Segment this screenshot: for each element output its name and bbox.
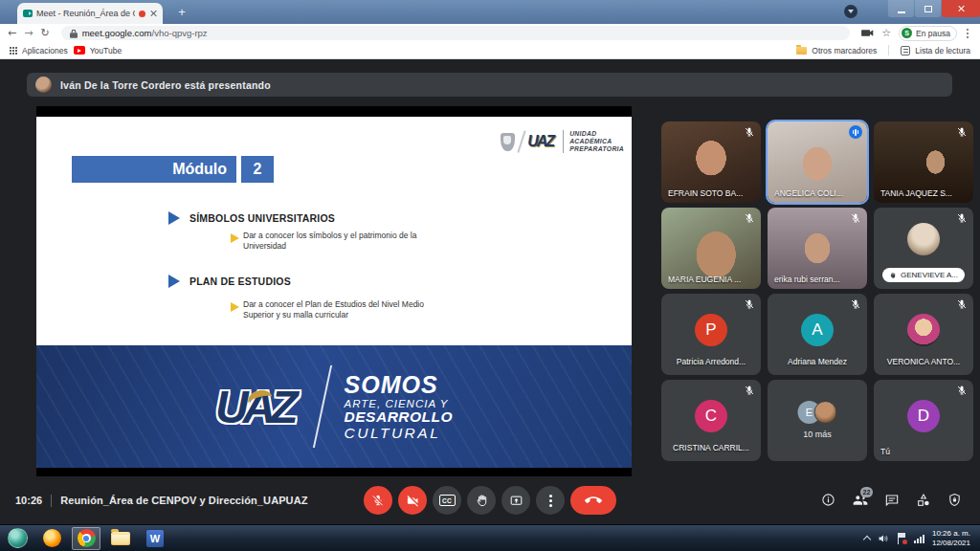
participant-avatar: P bbox=[695, 314, 727, 346]
bookmark-youtube-label: YouTube bbox=[90, 46, 122, 55]
action-center-flag-icon[interactable] bbox=[897, 533, 906, 544]
participant-avatar: C bbox=[695, 400, 727, 432]
back-button[interactable]: ← bbox=[8, 28, 16, 38]
volume-icon[interactable] bbox=[878, 533, 889, 544]
windows-taskbar: W 10:26 a. m. 12/08/2021 bbox=[0, 524, 980, 551]
slogan-line3: DESARROLLO bbox=[345, 409, 454, 426]
meeting-info-divider bbox=[51, 495, 52, 507]
tray-clock[interactable]: 10:26 a. m. 12/08/2021 bbox=[932, 529, 970, 548]
presenting-banner-text: Iván De la Torre Cordero está presentand… bbox=[60, 79, 271, 91]
activities-button[interactable] bbox=[916, 493, 931, 508]
window-maximize-button[interactable] bbox=[915, 0, 941, 17]
participant-name: GENEVIEVE A... bbox=[901, 271, 958, 279]
browser-tab[interactable]: Meet - Reunión_Área de CE bbox=[17, 3, 163, 24]
bullet2-detail: Dar a conocer el Plan de Estudios del Ni… bbox=[243, 299, 449, 320]
bookmark-apps[interactable]: Aplicaciones bbox=[10, 46, 68, 55]
apps-grid-icon bbox=[10, 47, 11, 49]
reading-list-label: Lista de lectura bbox=[915, 46, 970, 55]
participant-tile-speaking[interactable]: ANGELICA COLI... bbox=[768, 121, 867, 203]
reading-list-icon bbox=[901, 46, 910, 55]
participant-tile[interactable]: erika rubi serran... bbox=[768, 208, 867, 289]
meet-bottom-bar: 10:26 Reunión_Área de CENPOV y Dirección… bbox=[0, 476, 980, 524]
present-button[interactable] bbox=[501, 486, 530, 515]
window-close-button[interactable] bbox=[942, 0, 980, 17]
bookmark-youtube[interactable]: YouTube bbox=[74, 46, 122, 55]
meeting-clock: 10:26 bbox=[15, 495, 42, 506]
shield-lock-icon bbox=[947, 493, 962, 507]
participant-tile[interactable]: TANIA JAQUEZ S... bbox=[874, 121, 973, 203]
address-bar[interactable]: meet.google.com/vho-qpvg-rpz bbox=[61, 26, 851, 40]
camera-toggle-button[interactable] bbox=[398, 486, 427, 515]
module-number-box: 2 bbox=[241, 156, 274, 183]
file-explorer-icon bbox=[111, 532, 130, 545]
tab-close-icon[interactable] bbox=[149, 10, 157, 17]
uaz-wordmark-small: UAZ bbox=[527, 133, 557, 150]
mic-off-icon bbox=[371, 494, 385, 507]
reading-list[interactable]: Lista de lectura bbox=[901, 46, 970, 55]
maximize-icon bbox=[924, 6, 932, 12]
participant-tile[interactable]: P Patricia Arredond... bbox=[661, 294, 761, 375]
footer-slogan: SOMOS ARTE, CIENCIA Y DESARROLLO CULTURA… bbox=[345, 372, 454, 442]
org-line2: ACADÉMICA bbox=[569, 138, 624, 145]
participant-name: Patricia Arredond... bbox=[661, 357, 761, 366]
meeting-details-button[interactable] bbox=[821, 493, 836, 508]
meet-right-controls: 22 bbox=[821, 476, 963, 524]
participants-button[interactable]: 22 bbox=[853, 493, 868, 508]
bullet2-title: PLAN DE ESTUDIOS bbox=[189, 276, 291, 287]
forward-button[interactable]: → bbox=[24, 28, 33, 38]
browser-menu-button[interactable] bbox=[967, 29, 969, 31]
raised-hand-icon bbox=[475, 494, 489, 508]
network-signal-icon[interactable] bbox=[914, 534, 924, 543]
mic-toggle-button[interactable] bbox=[364, 486, 392, 515]
participant-grid: EFRAIN SOTO BA... ANGELICA COLI... TANIA… bbox=[661, 121, 973, 461]
taskbar-word-button[interactable]: W bbox=[141, 527, 169, 550]
chat-button[interactable] bbox=[884, 493, 900, 508]
mic-off-icon bbox=[850, 298, 861, 310]
host-controls-button[interactable] bbox=[947, 493, 963, 508]
participant-name: MARIA EUGENIA ... bbox=[668, 275, 741, 284]
participant-name: Tú bbox=[880, 447, 890, 456]
meet-main-area: Iván De la Torre Cordero está presentand… bbox=[0, 59, 980, 524]
mic-off-icon bbox=[850, 212, 861, 224]
self-tile[interactable]: D Tú bbox=[874, 380, 973, 461]
participant-tile[interactable]: VERONICA ANTO... bbox=[874, 294, 973, 375]
mic-off-icon bbox=[956, 212, 968, 224]
logo-slash-divider bbox=[517, 130, 525, 152]
speaking-indicator-icon bbox=[849, 125, 862, 139]
participant-tile[interactable]: C CRISTINA CARRIL... bbox=[661, 380, 761, 461]
participant-tile[interactable]: MARIA EUGENIA ... bbox=[661, 208, 761, 289]
start-button[interactable] bbox=[8, 528, 28, 548]
participant-tile[interactable]: EFRAIN SOTO BA... bbox=[661, 121, 761, 203]
other-bookmarks[interactable]: Otros marcadores bbox=[796, 46, 877, 55]
captions-icon: CC bbox=[439, 495, 456, 506]
university-crest-icon bbox=[501, 133, 515, 151]
leave-call-button[interactable] bbox=[570, 486, 616, 515]
more-options-icon bbox=[549, 499, 552, 502]
footer-divider bbox=[312, 365, 331, 448]
participant-tile[interactable]: A Adriana Mendez bbox=[768, 294, 867, 375]
slogan-line4: CULTURAL bbox=[345, 426, 454, 442]
participant-avatar bbox=[814, 401, 837, 424]
other-bookmarks-label: Otros marcadores bbox=[812, 46, 877, 55]
stacked-avatars: E bbox=[798, 401, 837, 424]
tab-search-button[interactable] bbox=[844, 5, 858, 18]
taskbar-explorer-button[interactable] bbox=[106, 527, 135, 550]
tray-date: 12/08/2021 bbox=[932, 539, 970, 548]
refresh-button[interactable]: ↻ bbox=[40, 28, 49, 38]
bookmark-star-icon[interactable]: ☆ bbox=[881, 27, 891, 39]
profile-chip[interactable]: S En pausa bbox=[899, 26, 957, 41]
minimize-icon bbox=[898, 11, 905, 13]
bullet1-title: SÍMBOLOS UNIVERSITARIOS bbox=[189, 212, 335, 224]
taskbar-firefox-button[interactable] bbox=[37, 527, 66, 550]
overflow-participants-tile[interactable]: E 10 más bbox=[768, 380, 867, 461]
tray-expand-icon[interactable] bbox=[863, 536, 871, 543]
raise-hand-button[interactable] bbox=[467, 486, 496, 515]
browser-toolbar: ← → ↻ meet.google.com/vho-qpvg-rpz ☆ S E… bbox=[0, 24, 980, 42]
more-options-button[interactable] bbox=[536, 486, 565, 515]
new-tab-button[interactable]: + bbox=[172, 5, 191, 20]
taskbar-chrome-button[interactable] bbox=[72, 527, 100, 550]
tab-camera-indicator-icon[interactable] bbox=[861, 29, 874, 37]
window-minimize-button[interactable] bbox=[888, 0, 914, 17]
participant-tile[interactable]: GENEVIEVE A... bbox=[874, 208, 973, 289]
captions-button[interactable]: CC bbox=[433, 486, 461, 515]
